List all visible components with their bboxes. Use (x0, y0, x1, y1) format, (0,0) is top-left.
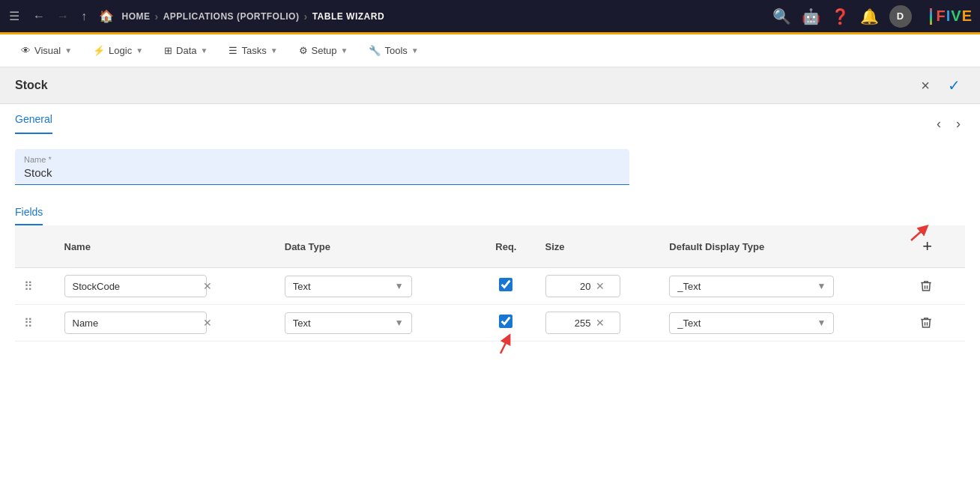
help-icon[interactable]: ❓ (831, 7, 850, 25)
setup-caret: ▼ (341, 46, 348, 55)
table-body: ⠿ ✕ Text Integer Decimal (15, 268, 965, 341)
col-add-header: + (905, 225, 965, 268)
row1-name-cell: ✕ (55, 268, 276, 305)
close-button[interactable]: × (916, 75, 934, 96)
breadcrumb: 🏠 HOME › APPLICATIONS (PORTFOLIO) › TABL… (96, 6, 384, 26)
col-size-header: Size (536, 225, 661, 268)
user-avatar[interactable]: D (889, 5, 912, 28)
add-field-button[interactable]: + (914, 233, 941, 260)
nav-setup[interactable]: ⚙ Setup ▼ (290, 40, 357, 61)
tasks-caret: ▼ (270, 46, 278, 55)
tab-prev-button[interactable]: ‹ (932, 115, 946, 133)
row1-name-input-container: ✕ (64, 275, 207, 297)
row1-size-input-container: ✕ (545, 275, 620, 297)
secondary-navigation: 👁 Visual ▼ ⚡ Logic ▼ ⊞ Data ▼ ☰ Tasks ▼ … (0, 34, 980, 67)
col-req-header: Req. (476, 225, 536, 268)
breadcrumb-home[interactable]: HOME (122, 11, 151, 22)
nav-tools[interactable]: 🔧 Tools ▼ (360, 40, 427, 61)
row1-size-cell: ✕ (536, 268, 661, 305)
row2-size-clear-icon[interactable]: ✕ (596, 317, 605, 329)
tabs-container: General (15, 113, 52, 134)
col-handle (15, 225, 55, 268)
name-input[interactable] (24, 166, 620, 179)
row2-name-clear-icon[interactable]: ✕ (203, 317, 212, 329)
nav-data[interactable]: ⊞ Data ▼ (155, 40, 217, 61)
col-datatype-header: Data Type (276, 225, 477, 268)
row1-size-clear-icon[interactable]: ✕ (596, 280, 605, 292)
nav-visual[interactable]: 👁 Visual ▼ (12, 40, 81, 61)
fields-section: Fields Name Data Type Req. Size Default … (0, 197, 980, 495)
header-actions: × ✓ (916, 75, 965, 96)
table-header-row: Name Data Type Req. Size Default Display… (15, 225, 965, 268)
confirm-button[interactable]: ✓ (943, 75, 965, 96)
hamburger-menu-icon[interactable]: ☰ (9, 9, 19, 23)
row2-trash-icon (919, 316, 933, 330)
name-label: Name * (24, 155, 620, 164)
row1-size-input[interactable] (554, 281, 591, 292)
row1-display-cell: _Text _Integer _Decimal ▼ (660, 268, 904, 305)
nav-tasks-label: Tasks (241, 45, 266, 56)
row1-drag-handle[interactable]: ⠿ (24, 280, 33, 293)
form-area: Name * (0, 134, 980, 197)
up-button[interactable]: ↑ (78, 7, 90, 26)
five-logo-line (930, 8, 932, 25)
tab-general[interactable]: General (15, 113, 52, 134)
row2-datatype-cell: Text Integer Decimal Boolean Date ▼ (276, 305, 477, 341)
tab-navigation: General ‹ › (0, 104, 980, 134)
row1-delete-cell (905, 268, 965, 305)
nav-logic[interactable]: ⚡ Logic ▼ (84, 40, 152, 61)
notification-icon[interactable]: 🔔 (860, 7, 879, 25)
row1-name-clear-icon[interactable]: ✕ (203, 280, 212, 292)
row2-datatype-select[interactable]: Text Integer Decimal Boolean Date (293, 318, 395, 329)
row2-drag-handle[interactable]: ⠿ (24, 317, 33, 330)
row2-display-caret-icon: ▼ (817, 318, 826, 328)
row2-req-checkbox[interactable] (499, 315, 512, 328)
back-button[interactable]: ← (30, 7, 48, 26)
row2-size-cell: ✕ (536, 305, 661, 341)
visual-icon: 👁 (21, 45, 31, 56)
nav-data-label: Data (176, 45, 196, 56)
robot-icon[interactable]: 🤖 (802, 7, 820, 25)
row1-datatype-select-container: Text Integer Decimal Boolean Date ▼ (285, 276, 412, 297)
visual-caret: ▼ (64, 46, 72, 55)
row2-size-input-container: ✕ (545, 312, 620, 334)
row2-delete-button[interactable] (914, 311, 938, 335)
nav-right: 🔍 🤖 ❓ 🔔 D FIVE (772, 5, 971, 28)
breadcrumb-portfolio[interactable]: APPLICATIONS (PORTFOLIO) (163, 11, 300, 22)
tab-general-label: General (15, 113, 52, 125)
plus-icon: + (922, 237, 932, 256)
row1-datatype-select[interactable]: Text Integer Decimal Boolean Date (293, 281, 395, 292)
row2-name-input[interactable] (73, 318, 199, 329)
row1-datatype-cell: Text Integer Decimal Boolean Date ▼ (276, 268, 477, 305)
row1-req-cell (476, 268, 536, 305)
row2-handle-cell: ⠿ (15, 305, 55, 341)
tab-next-button[interactable]: › (952, 115, 965, 133)
red-arrow-checkbox (494, 328, 521, 355)
row1-display-select[interactable]: _Text _Integer _Decimal (677, 281, 817, 292)
name-field-group: Name * (15, 149, 965, 185)
row1-name-input[interactable] (73, 281, 199, 292)
row1-delete-button[interactable] (914, 274, 938, 298)
nav-tasks[interactable]: ☰ Tasks ▼ (220, 40, 286, 61)
row1-datatype-caret-icon: ▼ (395, 281, 404, 291)
page-title: Stock (15, 79, 48, 92)
five-logo-text: F (937, 7, 945, 25)
row2-size-input[interactable] (554, 318, 591, 329)
page-header: Stock × ✓ (0, 67, 980, 104)
breadcrumb-current: TABLE WIZARD (312, 11, 384, 22)
nav-visual-label: Visual (34, 45, 61, 56)
row2-name-input-container: ✕ (64, 312, 207, 334)
five-logo: FIVE (930, 7, 971, 25)
search-icon[interactable]: 🔍 (772, 7, 791, 25)
row2-datatype-caret-icon: ▼ (395, 318, 404, 328)
row1-req-checkbox[interactable] (499, 278, 512, 291)
nav-left: ☰ ← → ↑ 🏠 HOME › APPLICATIONS (PORTFOLIO… (9, 6, 772, 26)
forward-button[interactable]: → (54, 7, 72, 26)
fields-section-title: Fields (15, 197, 43, 225)
row2-name-cell: ✕ (55, 305, 276, 341)
svg-line-3 (500, 338, 508, 353)
table-row: ⠿ ✕ Text Integer Decimal (15, 268, 965, 305)
row2-display-select-container: _Text _Integer _Decimal ▼ (669, 312, 834, 334)
row2-display-select[interactable]: _Text _Integer _Decimal (677, 318, 817, 329)
five-logo-v: V (951, 7, 960, 25)
